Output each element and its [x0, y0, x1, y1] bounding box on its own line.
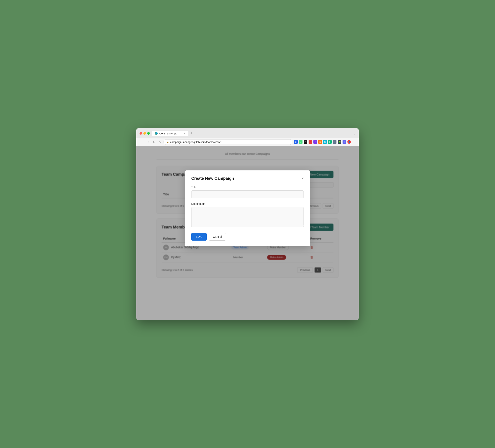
modal-overlay[interactable]: Create New Campaign × Title Description …	[136, 146, 359, 320]
extension-1[interactable]: D	[299, 140, 302, 144]
extension-2[interactable]: R	[309, 140, 312, 144]
tab-close-button[interactable]: ×	[184, 132, 185, 135]
url-text: campaign-manager.gitlab.com/teams/view/9	[170, 140, 222, 144]
create-campaign-modal: Create New Campaign × Title Description …	[185, 170, 310, 246]
minimize-window-button[interactable]	[143, 132, 146, 135]
close-window-button[interactable]	[139, 132, 142, 135]
extension-puzzle[interactable]: 🧩	[338, 140, 341, 144]
home-button[interactable]: ⌂	[158, 140, 162, 144]
modal-title: Create New Campaign	[191, 176, 234, 181]
extension-6[interactable]: S	[328, 140, 332, 144]
address-bar[interactable]: 🔒 campaign-manager.gitlab.com/teams/view…	[163, 139, 292, 145]
modal-header: Create New Campaign ×	[191, 176, 304, 181]
browser-controls	[139, 132, 150, 135]
title-form-group: Title	[191, 186, 304, 198]
modal-close-button[interactable]: ×	[301, 176, 304, 180]
browser-window: 🌐 CommunityApp × + ∨ ← → ↻ ⌂ 🔒 campaign-…	[136, 128, 359, 320]
extension-4[interactable]: S	[318, 140, 322, 144]
maximize-window-button[interactable]	[147, 132, 150, 135]
title-label: Title	[191, 186, 304, 189]
extension-3[interactable]: P	[313, 140, 317, 144]
description-textarea[interactable]	[191, 207, 304, 227]
browser-tab-communityapp[interactable]: 🌐 CommunityApp ×	[152, 131, 188, 136]
page-content: All members can create Campaigns Team Ca…	[136, 146, 359, 320]
extension-bitwarden[interactable]: B	[294, 140, 298, 144]
extension-5[interactable]: G	[323, 140, 327, 144]
window-menu-icon[interactable]: ∨	[354, 132, 356, 135]
user-avatar[interactable]: 👤	[347, 140, 351, 144]
title-input[interactable]	[191, 190, 304, 198]
save-button[interactable]: Save	[191, 233, 207, 241]
browser-menu[interactable]: ⋮	[352, 140, 356, 144]
cancel-button[interactable]: Cancel	[209, 233, 226, 241]
extension-notion[interactable]: N	[304, 140, 307, 144]
description-form-group: Description	[191, 202, 304, 228]
tab-bar: 🌐 CommunityApp × +	[152, 131, 351, 136]
extension-7[interactable]: ✦	[333, 140, 336, 144]
browser-toolbar: ← → ↻ ⌂ 🔒 campaign-manager.gitlab.com/te…	[136, 138, 359, 146]
description-label: Description	[191, 202, 304, 205]
lock-icon: 🔒	[166, 141, 169, 143]
new-tab-button[interactable]: +	[189, 131, 194, 136]
tab-favicon: 🌐	[155, 132, 158, 135]
tab-title: CommunityApp	[159, 132, 177, 135]
browser-extensions: B D N R P S G S ✦ 🧩 □ 👤 ⋮	[294, 140, 356, 144]
modal-footer: Save Cancel	[191, 233, 304, 241]
reload-button[interactable]: ↻	[152, 140, 156, 144]
extension-8[interactable]: □	[343, 140, 346, 144]
forward-button[interactable]: →	[146, 140, 151, 144]
browser-titlebar: 🌐 CommunityApp × + ∨	[136, 128, 359, 138]
back-button[interactable]: ←	[139, 140, 144, 144]
